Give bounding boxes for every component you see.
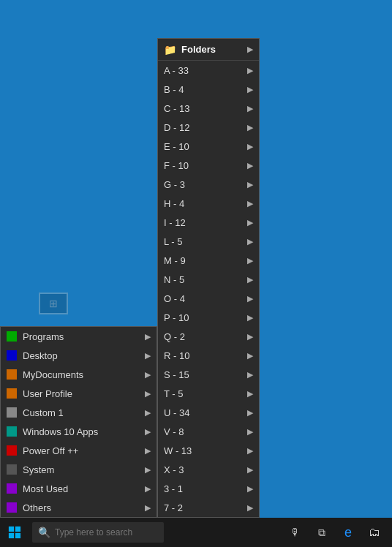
menu-item-mydocuments[interactable]: MyDocuments▶ (1, 365, 157, 384)
folder-arrow-l5-icon: ▶ (247, 237, 253, 246)
folder-label-b4: B - 4 (164, 84, 247, 95)
mostused-arrow-icon: ▶ (145, 484, 151, 494)
folder-item-i12[interactable]: I - 12▶ (158, 213, 259, 232)
folder-item-n5[interactable]: N - 5▶ (158, 270, 259, 289)
folder-item-v8[interactable]: V - 8▶ (158, 422, 259, 441)
svg-rect-1 (15, 527, 20, 532)
folder-label-o4: O - 4 (164, 293, 247, 304)
folder-label-g3: G - 3 (164, 179, 247, 190)
folder-item-s15[interactable]: S - 15▶ (158, 365, 259, 384)
search-icon: 🔍 (38, 527, 50, 538)
folder-item-q2[interactable]: Q - 2▶ (158, 327, 259, 346)
folder-arrow-u34-icon: ▶ (247, 408, 253, 418)
folder-arrow-f10-icon: ▶ (247, 161, 253, 170)
folder-item-x3[interactable]: X - 3▶ (158, 460, 259, 479)
folder-arrow-x3-icon: ▶ (247, 465, 253, 475)
menu-item-system[interactable]: System▶ (1, 460, 157, 479)
folder-label-l5: L - 5 (164, 236, 247, 247)
folder-arrow-c13-icon: ▶ (247, 104, 253, 113)
menu-item-others[interactable]: Others▶ (1, 498, 157, 517)
folder-item-f10[interactable]: F - 10▶ (158, 156, 259, 175)
folder-label-f10: F - 10 (164, 160, 247, 171)
svg-rect-3 (15, 533, 20, 538)
folder-item-d12[interactable]: D - 12▶ (158, 118, 259, 137)
folder-item-t5[interactable]: T - 5▶ (158, 384, 259, 403)
folder-arrow-num72-icon: ▶ (247, 503, 253, 513)
edge-icon[interactable]: e (338, 522, 358, 543)
svg-rect-2 (9, 533, 14, 538)
folder-item-m9[interactable]: M - 9▶ (158, 251, 259, 270)
menu-item-windows10apps[interactable]: Windows 10 Apps▶ (1, 422, 157, 441)
folder-item-p10[interactable]: P - 10▶ (158, 308, 259, 327)
folder-item-c13[interactable]: C - 13▶ (158, 99, 259, 118)
folder-item-b4[interactable]: B - 4▶ (158, 80, 259, 99)
menu-item-desktop[interactable]: Desktop▶ (1, 346, 157, 365)
folder-arrow-o4-icon: ▶ (247, 294, 253, 303)
others-color-indicator (7, 502, 17, 513)
file-explorer-icon[interactable]: 🗂 (364, 522, 385, 543)
folder-label-n5: N - 5 (164, 274, 247, 285)
folder-arrow-i12-icon: ▶ (247, 218, 253, 227)
mostused-color-indicator (7, 483, 17, 494)
menu-item-poweroff[interactable]: Power Off ++▶ (1, 441, 157, 460)
windows10apps-arrow-icon: ▶ (145, 427, 151, 437)
folder-item-u34[interactable]: U - 34▶ (158, 403, 259, 422)
folder-arrow-s15-icon: ▶ (247, 370, 253, 380)
folder-arrow-w13-icon: ▶ (247, 446, 253, 456)
system-label: System (23, 464, 142, 475)
search-bar[interactable]: 🔍 (32, 522, 164, 543)
folder-icon: 📁 (164, 44, 176, 56)
folder-label-h4: H - 4 (164, 198, 247, 209)
mydocuments-label: MyDocuments (23, 369, 142, 380)
start-button[interactable] (0, 518, 29, 547)
menu-item-programs[interactable]: Programs▶ (1, 327, 157, 346)
folder-arrow-t5-icon: ▶ (247, 389, 253, 399)
folder-item-r10[interactable]: R - 10▶ (158, 346, 259, 365)
menu-item-user-profile[interactable]: User Profile▶ (1, 384, 157, 403)
mydocuments-color-indicator (7, 369, 17, 380)
folder-item-l5[interactable]: L - 5▶ (158, 232, 259, 251)
folder-item-w13[interactable]: W - 13▶ (158, 441, 259, 460)
folder-arrow-d12-icon: ▶ (247, 123, 253, 132)
folder-item-o4[interactable]: O - 4▶ (158, 289, 259, 308)
windows-logo-icon (8, 526, 21, 539)
folder-label-c13: C - 13 (164, 103, 247, 114)
mostused-label: Most Used (23, 483, 142, 494)
desktop: ⊞ Programs▶Desktop▶MyDocuments▶User Prof… (0, 0, 392, 547)
system-arrow-icon: ▶ (145, 465, 151, 475)
folder-label-num31: 3 - 1 (164, 483, 247, 494)
folder-label-q2: Q - 2 (164, 331, 247, 342)
folders-header[interactable]: 📁Folders▶ (158, 39, 259, 61)
folder-label-w13: W - 13 (164, 445, 247, 456)
menu-item-mostused[interactable]: Most Used▶ (1, 479, 157, 498)
custom1-arrow-icon: ▶ (145, 408, 151, 418)
folder-item-e10[interactable]: E - 10▶ (158, 137, 259, 156)
poweroff-arrow-icon: ▶ (145, 446, 151, 456)
poweroff-color-indicator (7, 445, 17, 456)
folder-label-a33: A - 33 (164, 65, 247, 76)
folder-label-t5: T - 5 (164, 388, 247, 399)
custom1-label: Custom 1 (23, 407, 142, 418)
folder-item-h4[interactable]: H - 4▶ (158, 194, 259, 213)
folder-item-g3[interactable]: G - 3▶ (158, 175, 259, 194)
windows10apps-label: Windows 10 Apps (23, 426, 142, 437)
poweroff-label: Power Off ++ (23, 445, 142, 456)
user-profile-color-indicator (7, 388, 17, 399)
left-context-menu: Programs▶Desktop▶MyDocuments▶User Profil… (0, 326, 157, 518)
custom1-color-indicator (7, 407, 17, 418)
task-view-icon[interactable]: ⧉ (312, 522, 332, 543)
folder-label-p10: P - 10 (164, 312, 247, 323)
folder-item-num72[interactable]: 7 - 2▶ (158, 498, 259, 517)
folder-item-num31[interactable]: 3 - 1▶ (158, 479, 259, 498)
folder-arrow-r10-icon: ▶ (247, 351, 253, 361)
mydocuments-arrow-icon: ▶ (145, 370, 151, 380)
folder-arrow-h4-icon: ▶ (247, 199, 253, 208)
taskbar: 🔍 🎙 ⧉ e 🗂 (0, 518, 392, 547)
cortana-icon[interactable]: 🎙 (285, 522, 306, 543)
folder-arrow-num31-icon: ▶ (247, 484, 253, 494)
folder-item-a33[interactable]: A - 33▶ (158, 61, 259, 80)
menu-item-custom1[interactable]: Custom 1▶ (1, 403, 157, 422)
folder-label-e10: E - 10 (164, 141, 247, 152)
search-input[interactable] (55, 527, 150, 537)
folder-label-u34: U - 34 (164, 407, 247, 418)
